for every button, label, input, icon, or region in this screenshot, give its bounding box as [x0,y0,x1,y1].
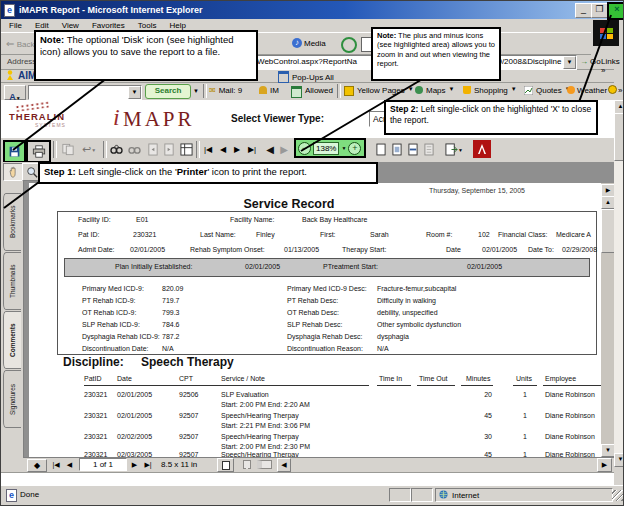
field-label: Therapy Start: [342,246,386,253]
icd-value: 799.3 [162,309,180,316]
menu-tools[interactable]: Tools [138,21,157,30]
close-button[interactable]: × [607,2,624,20]
previous-page-button[interactable]: ◀ [216,140,230,159]
resize-grip[interactable] [612,490,623,501]
maximize-button[interactable]: ❐ [591,3,608,18]
address-label: Address [7,57,36,66]
print-button[interactable] [26,140,51,163]
maps-button[interactable]: Maps▼ [415,86,455,95]
zoom-level-value[interactable]: 138% [313,142,339,155]
col-header: Employee [545,375,576,382]
fit-visible-button[interactable] [421,140,436,159]
chevron-down-icon: ▼ [91,147,96,153]
save-button[interactable] [3,140,26,163]
mail-icon: ✉ [209,86,216,95]
facing-mode-icon[interactable] [257,458,272,470]
form-tool-button[interactable] [177,140,196,159]
search-button[interactable]: Search [145,84,191,99]
nav-previous-page-icon[interactable]: ◀ [63,459,76,470]
quotes-button[interactable]: Quotes▼ [524,86,571,95]
find-button[interactable] [107,140,126,159]
icd-value: 784.6 [162,321,180,328]
back-button[interactable]: ⇐ Back [6,38,34,49]
menu-help[interactable]: Help [169,21,185,30]
mail-button[interactable]: ✉Mail: 9 [209,86,242,95]
tab-comments[interactable]: Comments [3,311,21,369]
ie-scroll-down-icon[interactable]: ▼ [614,453,624,467]
undo-button[interactable]: ↩▼ [77,140,101,159]
menu-file[interactable]: File [9,21,22,30]
undo-arrow-icon: ↩ [82,143,91,156]
patient-info-box: Facility ID: E01 Facility Name: Back Bay… [57,211,597,355]
yellow-pages-button[interactable]: Yellow Pages▼ [344,86,414,96]
pdf-scroll-down-icon[interactable]: ▼ [601,444,615,457]
zoom-dropdown-icon[interactable]: ▼ [341,145,346,151]
menu-edit[interactable]: Edit [35,21,49,30]
tab-thumbnails[interactable]: Thumbnails [3,252,21,310]
nav-first-page-icon[interactable]: |◀ [49,459,63,470]
search-input-dropdown-icon[interactable]: ▼ [128,86,141,99]
find-again-button[interactable] [125,140,144,159]
hand-tool-button[interactable] [3,163,23,181]
field-label: Financial Class: [498,231,547,238]
single-page-mode-icon[interactable] [217,458,234,472]
icd-value: N/A [162,345,174,352]
next-page-button[interactable]: ▶ [230,140,244,159]
header-rule [461,385,493,386]
continuous-mode-icon[interactable] [239,458,254,470]
ie-scroll-up-icon[interactable]: ▲ [614,100,624,114]
fit-width-button[interactable] [405,140,420,159]
allowed-window-icon [291,86,302,98]
hscroll-right-icon[interactable]: ▶ [597,458,612,472]
ie-scroll-thumb[interactable] [614,113,624,161]
bulb-icon[interactable] [608,85,616,96]
allowed-button[interactable]: Allowed [291,86,333,98]
export-button[interactable]: ▼ [441,140,467,159]
menu-view[interactable]: View [62,21,79,30]
history-icon[interactable] [341,37,357,53]
zoom-in-icon[interactable]: + [348,142,361,155]
media-button[interactable]: ♪ Media [292,38,326,48]
header-rule [417,385,455,386]
back-arrow-icon: ⇐ [6,38,14,49]
weather-button[interactable]: Weather [567,86,607,95]
fit-page-button[interactable] [389,140,404,159]
col-header: Date [117,375,132,382]
icd-value: 820.09 [162,285,183,292]
tab-bookmarks[interactable]: Bookmarks [3,193,21,251]
copy-button[interactable] [58,140,77,159]
shopping-button[interactable]: Shopping▼ [463,86,517,95]
field-label: Date [446,246,461,253]
chevron-down-icon: ▼ [449,86,455,95]
icd-label: Dysphagia Rehab ICD-9: [82,333,160,340]
pdf-scroll-thumb[interactable] [601,209,615,253]
im-button[interactable]: IM [259,86,279,95]
aol-a-button[interactable]: A▼ [4,85,26,100]
page-indicator[interactable]: 1 of 1 [79,458,127,471]
go-button[interactable]: → Go [580,57,601,66]
pdf-scroll-up-icon[interactable]: ▲ [601,196,615,209]
more-chevron-icon[interactable]: » [618,86,622,95]
menu-favorites[interactable]: Favorites [92,21,125,30]
zoom-control: − 138% ▼ + [294,138,366,158]
minimize-button[interactable]: _ [575,3,592,18]
first-page-button[interactable]: |◀ [200,140,216,159]
previous-view-button[interactable]: ◀ [263,140,277,159]
splitter-toggle-icon[interactable]: ◆ [27,459,47,472]
page-forward-view-icon[interactable] [159,140,178,159]
adobe-acrobat-icon[interactable] [473,140,491,158]
next-view-button[interactable]: ▶ [277,140,291,159]
header-rule [377,385,411,386]
fit-width-icon [408,143,418,156]
actual-size-button[interactable] [373,140,388,159]
nav-next-page-icon[interactable]: ▶ [128,459,141,470]
address-dropdown-icon[interactable]: ▼ [563,56,576,69]
search-dropdown-icon[interactable]: ▼ [193,88,199,94]
last-page-button[interactable]: ▶| [244,140,260,159]
nav-overflow-icon[interactable]: ◀ [277,458,291,472]
status-zone-pane: Internet [435,488,613,502]
nav-last-page-icon[interactable]: ▶| [141,459,155,470]
tab-signatures[interactable]: Signatures [3,370,21,428]
zoom-out-icon[interactable]: − [298,142,311,155]
search-input[interactable] [28,85,142,100]
